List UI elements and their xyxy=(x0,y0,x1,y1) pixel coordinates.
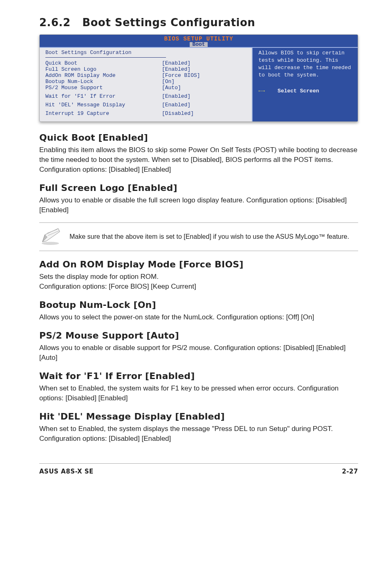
arrow-left-right-icon: ←→ xyxy=(258,88,265,94)
bios-val: [Enabled] xyxy=(162,66,246,72)
bios-nav: ←→ Select Screen xyxy=(258,88,352,94)
bios-row: Bootup Num-Lock[On] xyxy=(45,79,246,85)
bios-tab-row: Boot xyxy=(40,42,358,47)
note-box: Make sure that the above item is set to … xyxy=(39,222,358,251)
bios-key: Full Screen Logo xyxy=(45,66,162,72)
bios-val: [Enabled] xyxy=(162,60,246,66)
bios-screenshot: BIOS SETUP UTILITY Boot Boot Settings Co… xyxy=(39,34,358,122)
bios-body: Boot Settings Configuration Quick Boot[E… xyxy=(40,47,358,121)
bios-panel-title: Boot Settings Configuration xyxy=(45,49,246,56)
section-number: 2.6.2 xyxy=(39,16,71,29)
bios-key: AddOn ROM Display Mode xyxy=(45,72,162,79)
heading-quick-boot: Quick Boot [Enabled] xyxy=(39,132,358,143)
bios-val: [Enabled] xyxy=(162,93,246,99)
body-bootup-numlock: Allows you to select the power-on state … xyxy=(39,312,358,322)
bios-nav-label: Select Screen xyxy=(278,88,319,94)
bios-row: Interrupt 19 Capture[Disabled] xyxy=(45,110,246,117)
bios-key: PS/2 Mouse Support xyxy=(45,85,162,91)
pencil-icon xyxy=(39,226,69,247)
footer-right: 2-27 xyxy=(342,468,358,475)
section-heading: 2.6.2 Boot Settings Configuration xyxy=(39,16,358,29)
body-hit-del: When set to Enabled, the system displays… xyxy=(39,424,358,444)
bios-tab-boot: Boot xyxy=(190,42,207,47)
bios-row: Quick Boot[Enabled] xyxy=(45,60,246,66)
bios-key: Bootup Num-Lock xyxy=(45,79,162,85)
bios-row: AddOn ROM Display Mode[Force BIOS] xyxy=(45,72,246,79)
bios-row: Full Screen Logo[Enabled] xyxy=(45,66,246,72)
body-wait-f1: When set to Enabled, the system waits fo… xyxy=(39,384,358,403)
note-row: Make sure that the above item is set to … xyxy=(39,223,358,251)
heading-full-screen-logo: Full Screen Logo [Enabled] xyxy=(39,183,358,193)
section-title: Boot Settings Configuration xyxy=(82,16,255,29)
bios-row: Wait for 'F1' If Error[Enabled] xyxy=(45,93,246,99)
body-ps2-mouse: Allows you to enable or disable support … xyxy=(39,343,358,363)
note-rule-bottom xyxy=(39,251,358,251)
bios-key: Quick Boot xyxy=(45,60,162,66)
bios-val: [Disabled] xyxy=(162,110,246,117)
bios-row: PS/2 Mouse Support[Auto] xyxy=(45,85,246,91)
bios-help-text: Allows BIOS to skip certain tests while … xyxy=(258,49,352,79)
bios-val: [On] xyxy=(162,79,246,85)
page-footer: ASUS A8S-X SE 2-27 xyxy=(39,463,358,475)
body-quick-boot: Enabling this item allows the BIOS to sk… xyxy=(39,145,358,175)
heading-bootup-numlock: Bootup Num-Lock [On] xyxy=(39,300,358,310)
bios-help-panel: Allows BIOS to skip certain tests while … xyxy=(253,48,358,121)
bios-divider xyxy=(45,57,166,58)
footer-left: ASUS A8S-X SE xyxy=(39,468,94,475)
bios-left-panel: Boot Settings Configuration Quick Boot[E… xyxy=(40,48,253,121)
heading-hit-del: Hit 'DEL' Message Display [Enabled] xyxy=(39,411,358,422)
bios-key: Interrupt 19 Capture xyxy=(45,110,162,117)
bios-key: Hit 'DEL' Message Display xyxy=(45,102,162,108)
note-text: Make sure that the above item is set to … xyxy=(69,232,358,241)
bios-val: [Auto] xyxy=(162,85,246,91)
page: 2.6.2 Boot Settings Configuration BIOS S… xyxy=(0,0,390,487)
heading-addon-rom: Add On ROM Display Mode [Force BIOS] xyxy=(39,259,358,269)
body-full-screen-logo: Allows you to enable or disable the full… xyxy=(39,195,358,215)
body-addon-rom: Sets the display mode for option ROM. Co… xyxy=(39,272,358,292)
heading-ps2-mouse: PS/2 Mouse Support [Auto] xyxy=(39,330,358,341)
bios-key: Wait for 'F1' If Error xyxy=(45,93,162,99)
bios-row: Hit 'DEL' Message Display[Enabled] xyxy=(45,102,246,108)
bios-val: [Force BIOS] xyxy=(162,72,246,79)
heading-wait-f1: Wait for 'F1' If Error [Enabled] xyxy=(39,371,358,381)
svg-point-0 xyxy=(42,242,59,245)
bios-val: [Enabled] xyxy=(162,102,246,108)
